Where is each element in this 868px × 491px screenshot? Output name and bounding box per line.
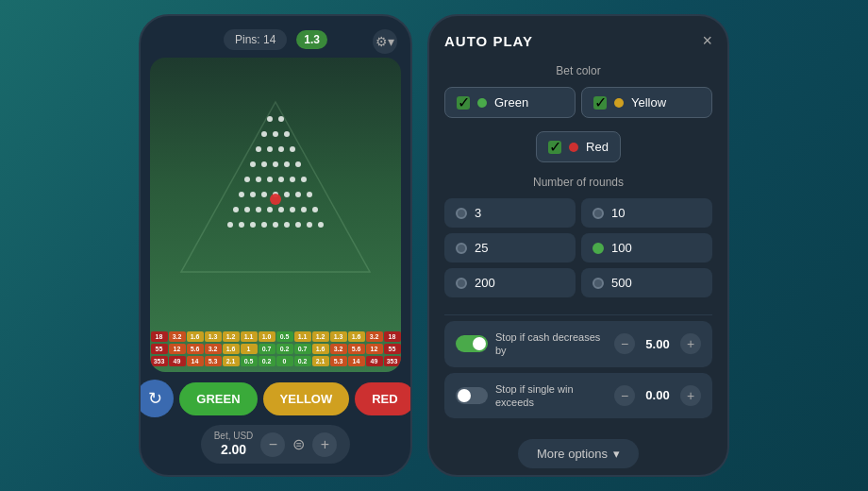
stop-row-cash: Stop if cash decreases by − 5.00 + [444, 321, 712, 367]
svg-point-5 [284, 131, 290, 137]
color-checkbox-green: ✓ [457, 96, 470, 110]
svg-point-38 [250, 222, 256, 228]
svg-point-19 [290, 177, 295, 182]
right-panel: AUTO PLAY × Bet color ✓ Green ✓ Yellow ✓… [427, 14, 729, 477]
stop-cash-label: Stop if cash decreases by [495, 330, 607, 358]
settings-button[interactable]: ⚙▾ [373, 29, 397, 54]
multiplier-badge: 1.3 [296, 30, 327, 49]
win-plus-button[interactable]: + [680, 385, 701, 406]
cash-plus-button[interactable]: + [680, 333, 701, 354]
svg-point-8 [278, 146, 284, 152]
color-option-red[interactable]: ✓ Red [536, 131, 621, 162]
stop-cash-input-area: − 5.00 + [614, 333, 701, 354]
svg-point-29 [244, 207, 250, 212]
round-value-25: 25 [475, 241, 488, 255]
round-value-3: 3 [475, 206, 481, 220]
stop-win-input-area: − 0.00 + [614, 385, 701, 406]
svg-point-41 [284, 222, 290, 228]
color-option-green[interactable]: ✓ Green [444, 87, 576, 118]
round-option-25[interactable]: 25 [444, 233, 576, 262]
cash-minus-button[interactable]: − [614, 333, 635, 354]
svg-point-4 [273, 131, 278, 137]
bottom-controls: ↻ GREEN YELLOW RED Bet, USD 2.00 − ⊜ + [150, 380, 401, 464]
svg-point-16 [256, 177, 261, 182]
red-button[interactable]: RED [355, 382, 412, 415]
svg-point-6 [256, 146, 261, 152]
svg-point-22 [250, 192, 256, 197]
svg-point-27 [307, 192, 312, 197]
bet-plus-button[interactable]: + [312, 432, 337, 457]
pins-badge: Pins: 14 [224, 29, 287, 50]
svg-point-1 [267, 116, 273, 122]
score-rows: 18 3.2 1.6 1.3 1.2 1.1 1.0 0.5 1.1 1.2 1… [150, 331, 401, 368]
bet-color-label: Bet color [444, 64, 712, 77]
win-minus-button[interactable]: − [614, 385, 635, 406]
round-radio-500 [593, 278, 604, 289]
round-radio-100 [593, 243, 604, 254]
svg-marker-0 [181, 102, 370, 272]
svg-point-25 [284, 192, 290, 197]
svg-point-13 [284, 161, 290, 167]
bet-color-grid: ✓ Green ✓ Yellow [444, 87, 712, 118]
top-bar: Pins: 14 1.3 ⚙▾ [150, 29, 401, 50]
autoplay-title: AUTO PLAY [444, 33, 533, 49]
win-stop-value: 0.00 [639, 388, 676, 402]
round-option-500[interactable]: 500 [581, 268, 712, 297]
round-value-10: 10 [611, 206, 625, 220]
color-name-red: Red [586, 140, 609, 154]
score-row-3: 353 49 14 5.3 2.1 0.5 0.2 0 0.2 2.1 5.3 … [152, 356, 399, 366]
svg-point-40 [273, 222, 278, 228]
autoplay-header: AUTO PLAY × [444, 31, 712, 51]
bet-label: Bet, USD [214, 431, 254, 441]
round-option-200[interactable]: 200 [444, 268, 576, 297]
svg-point-9 [290, 146, 295, 152]
svg-point-45 [270, 194, 281, 205]
svg-point-39 [261, 222, 267, 228]
rounds-grid: 3 10 25 100 200 [444, 198, 712, 297]
svg-point-30 [256, 207, 261, 212]
yellow-button[interactable]: YELLOW [263, 382, 350, 415]
more-options-button[interactable]: More options ▾ [518, 439, 639, 468]
svg-point-42 [295, 222, 301, 228]
round-value-500: 500 [611, 276, 632, 290]
score-row-2: 55 12 5.6 3.2 1.6 1 0.7 0.2 0.7 1.6 3.2 … [152, 344, 399, 354]
round-radio-200 [456, 278, 467, 289]
chevron-down-icon: ▾ [613, 447, 620, 461]
svg-point-31 [267, 207, 273, 212]
rounds-section-label: Number of rounds [444, 176, 712, 189]
svg-point-21 [239, 192, 244, 197]
stop-row-win: Stop if single win exceeds − 0.00 + [444, 373, 712, 419]
svg-point-35 [312, 207, 318, 212]
score-row-1: 18 3.2 1.6 1.3 1.2 1.1 1.0 0.5 1.1 1.2 1… [152, 331, 399, 342]
svg-point-26 [295, 192, 301, 197]
round-option-3[interactable]: 3 [444, 198, 576, 228]
round-value-100: 100 [611, 241, 632, 255]
toggle-cash[interactable] [456, 335, 488, 352]
close-button[interactable]: × [702, 31, 712, 51]
green-button[interactable]: GREEN [179, 382, 257, 415]
svg-point-36 [227, 222, 233, 228]
svg-point-34 [301, 207, 307, 212]
color-option-yellow[interactable]: ✓ Yellow [581, 87, 712, 118]
svg-point-28 [233, 207, 239, 212]
svg-point-37 [239, 222, 244, 228]
round-radio-10 [593, 208, 604, 219]
more-options-label: More options [537, 447, 608, 461]
round-option-10[interactable]: 10 [581, 198, 712, 228]
refresh-button[interactable]: ↻ [139, 380, 174, 417]
start-auto-button[interactable]: START AUTO [444, 476, 712, 477]
svg-point-23 [261, 192, 267, 197]
cash-stop-value: 5.00 [639, 337, 676, 351]
game-area: 18 3.2 1.6 1.3 1.2 1.1 1.0 0.5 1.1 1.2 1… [150, 58, 401, 372]
divider [444, 314, 712, 315]
bet-minus-button[interactable]: − [260, 432, 285, 457]
color-buttons: ↻ GREEN YELLOW RED [139, 380, 412, 417]
stop-section: Stop if cash decreases by − 5.00 + Stop … [444, 321, 712, 424]
color-checkbox-yellow: ✓ [593, 96, 607, 110]
toggle-win[interactable] [456, 387, 488, 404]
round-option-100[interactable]: 100 [581, 233, 712, 262]
svg-point-2 [278, 116, 284, 122]
svg-point-20 [301, 177, 307, 182]
svg-point-14 [295, 161, 301, 167]
bet-value: 2.00 [221, 442, 246, 457]
